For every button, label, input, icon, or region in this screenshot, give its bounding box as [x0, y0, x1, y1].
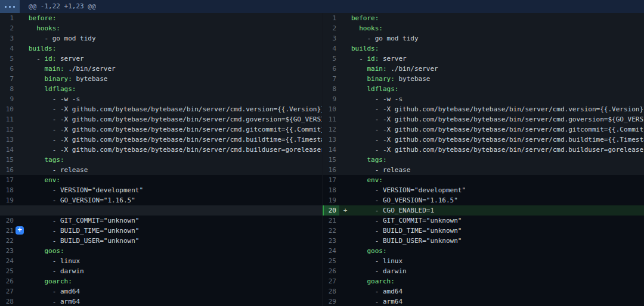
diff-line: 26 goarch:: [0, 276, 322, 286]
line-number[interactable]: 5: [0, 54, 17, 64]
line-number[interactable]: 25: [323, 256, 339, 266]
line-number[interactable]: 24: [323, 246, 339, 256]
line-code: - -w -s: [29, 94, 322, 104]
line-number[interactable]: 15: [0, 155, 17, 165]
line-code: - VERSION="development": [351, 185, 644, 195]
line-number[interactable]: 19: [0, 195, 17, 205]
line-number[interactable]: 16: [323, 165, 339, 175]
line-code: - BUILD_TIME="unknown": [351, 226, 644, 236]
line-marker: [17, 43, 29, 54]
line-marker: [339, 216, 351, 226]
line-code: env:: [351, 175, 644, 185]
line-number[interactable]: 13: [0, 135, 17, 145]
line-number[interactable]: 19: [323, 195, 339, 205]
line-number[interactable]: 13: [323, 135, 339, 145]
line-number[interactable]: 29: [323, 296, 339, 306]
hunk-header-text: @@ -1,22 +1,23 @@: [20, 0, 96, 13]
line-number[interactable]: 20: [0, 216, 17, 226]
line-code: - amd64: [351, 286, 644, 296]
line-number[interactable]: 2: [0, 23, 17, 33]
line-number[interactable]: 18: [0, 185, 17, 195]
line-number[interactable]: 25: [0, 266, 17, 276]
diff-line: 12 - -X github.com/bytebase/bytebase/bin…: [0, 124, 322, 135]
line-number[interactable]: 1: [323, 13, 339, 23]
line-number[interactable]: 4: [0, 43, 17, 54]
line-number[interactable]: 26: [0, 276, 17, 286]
line-code: - -X github.com/bytebase/bytebase/bin/se…: [351, 124, 644, 135]
line-number[interactable]: 18: [323, 185, 339, 195]
line-marker: [17, 216, 29, 226]
diff-line: 28 - amd64: [323, 286, 644, 296]
line-number[interactable]: 8: [0, 84, 17, 94]
line-code: - id: server: [29, 54, 322, 64]
line-number[interactable]: 11: [0, 114, 17, 124]
line-number[interactable]: 26: [323, 266, 339, 276]
line-code: - CGO_ENABLED=1: [351, 205, 644, 216]
line-number[interactable]: 7: [0, 74, 17, 84]
diff-line: 18 - VERSION="development": [323, 185, 644, 195]
line-number[interactable]: 28: [323, 286, 339, 296]
line-number[interactable]: 8: [323, 84, 339, 94]
diff-line: 22 - BUILD_USER="unknown": [0, 236, 322, 246]
line-number[interactable]: 21: [323, 216, 339, 226]
line-number[interactable]: 20: [323, 205, 339, 216]
line-number[interactable]: 2: [323, 23, 339, 33]
line-number[interactable]: 11: [323, 114, 339, 124]
line-code: - GIT_COMMIT="unknown": [29, 216, 322, 226]
line-number[interactable]: 3: [323, 33, 339, 43]
diff-line: 24 - linux: [0, 256, 322, 266]
line-number[interactable]: 4: [323, 43, 339, 54]
line-number[interactable]: 14: [323, 145, 339, 155]
line-code: hooks:: [351, 23, 644, 33]
line-number[interactable]: 10: [323, 104, 339, 114]
line-number[interactable]: 27: [0, 286, 17, 296]
line-number[interactable]: 24: [0, 256, 17, 266]
line-code: hooks:: [29, 23, 322, 33]
line-number[interactable]: 17: [323, 175, 339, 185]
line-number[interactable]: 6: [323, 64, 339, 74]
diff-line: 26 - darwin: [323, 266, 644, 276]
diff-line: 21 - GIT_COMMIT="unknown": [323, 216, 644, 226]
line-number[interactable]: 10: [0, 104, 17, 114]
line-number[interactable]: 3: [0, 33, 17, 43]
hunk-header: @@ -1,22 +1,23 @@: [0, 0, 644, 13]
line-number[interactable]: 7: [323, 74, 339, 84]
line-code: - -X github.com/bytebase/bytebase/bin/se…: [351, 114, 644, 124]
line-marker: [17, 145, 29, 155]
line-code: - GO_VERSION="1.16.5": [29, 195, 322, 205]
diff-line: 6 main: ./bin/server: [0, 64, 322, 74]
line-number[interactable]: 9: [323, 94, 339, 104]
line-marker: [17, 276, 29, 286]
line-number[interactable]: 22: [323, 226, 339, 236]
diff-panes: 1before:2 hooks:3 - go mod tidy4builds:5…: [0, 13, 644, 306]
line-code: goarch:: [351, 276, 644, 286]
line-code: before:: [351, 13, 644, 23]
line-number[interactable]: 15: [323, 155, 339, 165]
line-number[interactable]: 6: [0, 64, 17, 74]
line-code: - id: server: [351, 54, 644, 64]
line-code: goos:: [351, 246, 644, 256]
diff-line: 8 ldflags:: [323, 84, 644, 94]
diff-line: 1before:: [323, 13, 644, 23]
line-number[interactable]: 23: [0, 246, 17, 256]
add-comment-button[interactable]: +: [16, 226, 24, 235]
line-number[interactable]: 28: [0, 296, 17, 306]
line-number[interactable]: 22: [0, 236, 17, 246]
line-number[interactable]: 17: [0, 175, 17, 185]
line-number[interactable]: 5: [323, 54, 339, 64]
line-number[interactable]: 9: [0, 94, 17, 104]
line-marker: [339, 23, 351, 33]
line-marker: [339, 276, 351, 286]
line-number[interactable]: 21: [0, 226, 17, 236]
split-diff: @@ -1,22 +1,23 @@ 1before:2 hooks:3 - go…: [0, 0, 644, 306]
line-number[interactable]: 12: [323, 124, 339, 135]
expand-diff-button[interactable]: [0, 0, 20, 13]
line-number[interactable]: 27: [323, 276, 339, 286]
line-number[interactable]: 23: [323, 236, 339, 246]
line-marker: [339, 114, 351, 124]
line-number[interactable]: 14: [0, 145, 17, 155]
line-number[interactable]: 12: [0, 124, 17, 135]
line-number[interactable]: 16: [0, 165, 17, 175]
line-number[interactable]: 1: [0, 13, 17, 23]
diff-line: 24 goos:: [323, 246, 644, 256]
